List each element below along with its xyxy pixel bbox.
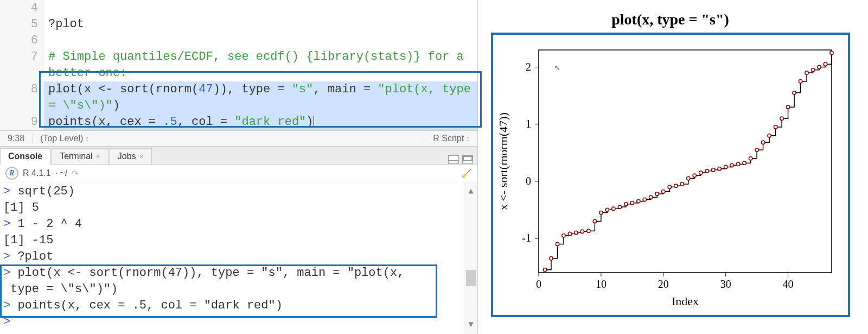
svg-point-63 — [805, 71, 808, 74]
plot-frame: 010203040-1012Indexx <- sort(rnorm(47))↖ — [491, 33, 850, 317]
svg-text:0: 0 — [526, 175, 531, 187]
source-editor[interactable]: 45?plot67# Simple quantiles/ECDF, see ec… — [0, 0, 477, 130]
svg-point-62 — [799, 80, 802, 83]
svg-point-31 — [605, 208, 609, 211]
svg-point-26 — [574, 231, 577, 234]
share-icon[interactable]: ↷ — [72, 168, 79, 179]
svg-point-57 — [767, 134, 770, 137]
clear-console-icon[interactable]: 🧹 — [461, 168, 472, 179]
svg-text:2: 2 — [526, 61, 531, 73]
svg-point-29 — [593, 219, 596, 223]
svg-point-37 — [643, 198, 646, 201]
svg-text:x <- sort(rnorm(47)): x <- sort(rnorm(47)) — [496, 112, 510, 210]
scroll-up-icon[interactable]: ▲ — [468, 182, 474, 201]
svg-point-41 — [668, 185, 671, 188]
scroll-down-icon[interactable]: ▼ — [468, 316, 474, 334]
filetype-selector[interactable]: R Script — [425, 134, 477, 143]
svg-point-65 — [817, 65, 820, 68]
svg-text:Index: Index — [671, 294, 698, 308]
svg-point-56 — [761, 141, 764, 144]
svg-point-28 — [586, 229, 590, 232]
tab-label: Console — [8, 152, 42, 161]
r-version-label: R 4.1.1 — [23, 168, 51, 178]
svg-point-52 — [736, 162, 739, 166]
svg-point-44 — [686, 177, 690, 180]
svg-text:-1: -1 — [522, 232, 531, 244]
maximize-pane-icon[interactable] — [462, 155, 473, 164]
svg-point-50 — [724, 165, 727, 168]
svg-text:30: 30 — [720, 278, 731, 290]
scroll-thumb[interactable] — [466, 270, 476, 286]
svg-point-25 — [568, 232, 571, 235]
tab-terminal[interactable]: Terminal× — [52, 148, 108, 164]
svg-point-49 — [717, 167, 720, 170]
svg-point-27 — [580, 230, 584, 233]
svg-point-55 — [755, 148, 758, 152]
tab-label: Terminal — [60, 152, 92, 161]
svg-text:20: 20 — [658, 278, 668, 290]
svg-point-64 — [811, 68, 814, 72]
console-line: > plot(x <- sort(rnorm(47)), type = "s",… — [3, 265, 474, 281]
svg-point-39 — [655, 192, 659, 196]
code-line[interactable] — [44, 33, 477, 49]
svg-point-54 — [749, 157, 752, 160]
svg-point-53 — [742, 161, 745, 165]
svg-point-36 — [636, 199, 640, 203]
code-line[interactable]: points(x, cex = .5, col = "dark red") — [44, 114, 477, 130]
line-number: 7 — [0, 49, 44, 81]
code-line[interactable]: # Simple quantiles/ECDF, see ecdf() {lib… — [44, 49, 477, 81]
svg-point-61 — [792, 91, 795, 94]
svg-point-59 — [780, 117, 783, 120]
console-line: > — [3, 314, 474, 330]
close-icon[interactable]: × — [96, 152, 100, 161]
svg-point-38 — [649, 196, 652, 199]
line-number: 6 — [0, 33, 44, 49]
code-line[interactable]: ?plot — [44, 16, 477, 33]
minimize-pane-icon[interactable] — [448, 155, 459, 164]
svg-point-66 — [824, 62, 827, 66]
svg-point-21 — [543, 268, 546, 272]
svg-rect-0 — [539, 50, 832, 273]
plot-pane: plot(x, type = "s") 010203040-1012Indexx… — [478, 0, 868, 334]
svg-point-30 — [599, 211, 602, 214]
line-number: 4 — [0, 0, 44, 16]
svg-point-43 — [680, 182, 684, 186]
tab-label: Jobs — [118, 152, 136, 161]
svg-point-47 — [705, 169, 709, 173]
code-line[interactable] — [44, 0, 477, 16]
svg-text:1: 1 — [526, 118, 531, 130]
r-logo-icon: R — [5, 167, 18, 180]
line-number: 9 — [0, 114, 44, 130]
close-icon[interactable]: × — [139, 152, 144, 161]
plot-title: plot(x, type = "s") — [611, 11, 729, 28]
svg-point-35 — [630, 201, 634, 205]
svg-point-51 — [730, 163, 733, 167]
svg-text:0: 0 — [536, 278, 541, 290]
cursor-position: 9:38 — [0, 134, 33, 143]
svg-point-32 — [611, 207, 615, 210]
svg-point-22 — [549, 257, 552, 260]
svg-point-42 — [674, 184, 677, 187]
svg-point-34 — [624, 203, 627, 206]
pane-window-controls — [448, 155, 477, 164]
working-dir-label: · ~/ — [55, 168, 68, 178]
line-number: 8 — [0, 81, 44, 114]
console-scrollbar[interactable]: ▲ ▼ — [464, 182, 477, 334]
svg-point-67 — [829, 51, 833, 54]
svg-point-45 — [693, 174, 696, 177]
svg-point-23 — [556, 242, 559, 245]
console-line: > 1 - 2 ^ 4 — [3, 216, 474, 232]
line-number: 5 — [0, 16, 44, 33]
editor-status-bar: 9:38 (Top Level) R Script — [0, 130, 477, 147]
svg-text:40: 40 — [782, 278, 793, 290]
svg-point-46 — [699, 171, 702, 174]
code-line[interactable]: plot(x <- sort(rnorm(47)), type = "s", m… — [44, 81, 477, 114]
console-body[interactable]: > sqrt(25)[1] 5> 1 - 2 ^ 4[1] -15> ?plot… — [0, 182, 477, 334]
tab-jobs[interactable]: Jobs× — [110, 148, 152, 164]
console-header: R R 4.1.1 · ~/ ↷ 🧹 — [0, 165, 477, 182]
scope-selector[interactable]: (Top Level) — [33, 134, 425, 143]
svg-text:↖: ↖ — [554, 62, 560, 73]
svg-point-24 — [561, 234, 565, 237]
tab-console[interactable]: Console — [0, 148, 50, 165]
console-line: [1] -15 — [3, 232, 474, 249]
